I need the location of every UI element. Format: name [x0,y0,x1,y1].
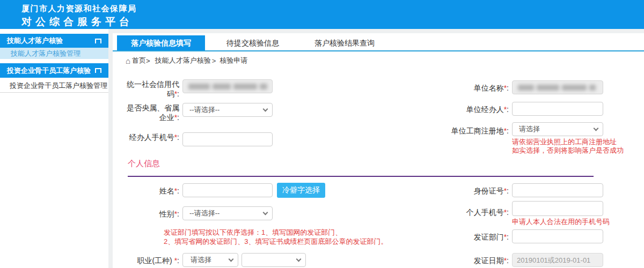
company-agent-label: 单位经办人*: [445,102,509,114]
company-name-field [512,80,603,94]
field-row-issue-date: 发证日期*: [445,253,603,267]
tab-label: 落户核验结果查询 [314,39,375,47]
credit-code-label: 统一社会信用代码*: [123,77,179,99]
breadcrumb-separator: > [146,57,150,65]
chevron-down-icon [296,257,302,262]
sidebar-item-label: 技能人才落户核验 [7,36,63,46]
agent-mobile-input[interactable] [182,132,273,146]
field-row-central-owned: 是否央属、省属企业*: --请选择-- [123,103,273,122]
issuing-dept-note: 发证部门填写按以下依序选择：1、填写国网的发证部门、 2、填写省网的发证部门、3… [164,228,387,246]
breadcrumb-separator: > [212,57,216,65]
chevron-down-icon [263,210,268,215]
folder-icon [95,68,101,73]
section-divider [128,176,594,177]
app-title: 厦门市人力资源和社会保障局 对公综合服务平台 [21,4,137,29]
reg-address-select[interactable]: 请选择 [512,122,603,136]
sidebar-item-invest-staff-manage[interactable]: 投资企业骨干员工落户核验管理 [0,79,108,93]
reg-address-label: 单位工商注册地*: [445,123,509,136]
company-agent-input[interactable] [512,102,603,116]
breadcrumb-level1[interactable]: 技能人才落户核验 [155,56,211,65]
sidebar-item-invest-staff-parent[interactable]: 投资企业骨干员工落户核验 [0,63,108,78]
id-number-input[interactable] [512,183,603,197]
reg-address-hint-line1: 请依据营业执照上的工商注册地址 [512,138,624,146]
app-title-line2: 对公综合服务平台 [21,15,137,29]
field-row-agent-mobile: 经办人手机号*: [123,132,273,146]
rare-character-select-button[interactable]: 冷僻字选择 [277,183,325,198]
field-row-name: 姓名*: 冷僻字选择 [123,183,325,198]
field-row-issuing-dept: 发证部门*: [445,229,603,243]
folder-icon [95,39,101,43]
breadcrumb: ⌂ 首页> 技能人才落户核验 > 核验申请 [126,56,247,65]
sidebar-item-skill-talent-parent[interactable]: 技能人才落户核验 [0,34,108,48]
personal-mobile-label: 个人手机号*: [445,201,509,217]
company-name-label: 单位名称*: [445,80,509,93]
credit-code-field [182,79,273,93]
issuing-dept-note-line1: 发证部门填写按以下依序选择：1、填写国网的发证部门、 [164,228,387,237]
reg-address-hint-line2: 如实选择，否则将影响落户是否成功 [512,146,624,155]
tab-pending-submit[interactable]: 待提交核验信息 [213,35,293,50]
field-row-company-name: 单位名称*: [445,80,603,94]
app-title-line1: 厦门市人力资源和社会保障局 [21,4,137,14]
central-owned-label: 是否央属、省属企业*: [123,100,179,122]
redacted-value [188,84,267,90]
field-row-reg-address: 单位工商注册地*: 请选择 请依据营业执照上的工商注册地址 如实选择，否则将影响… [445,122,624,155]
occupation-detail-select[interactable] [241,253,306,267]
select-value: --请选择-- [189,209,219,218]
redacted-value [518,85,596,91]
name-label: 姓名*: [123,183,179,196]
personal-mobile-hint: 申请人本人合法在用的手机号码 [512,218,610,226]
issue-date-label: 发证日期*: [445,253,509,265]
field-row-gender: 性别*: --请选择-- [123,206,273,220]
occupation-category-select[interactable]: 请选择 [182,253,238,267]
issuing-dept-note-line2: 2、填写省网的发证部门、3、填写证书成绩栏页面底部公章的发证部门。 [164,237,387,246]
select-value: 请选择 [519,124,540,134]
app-header: 厦门市人力资源和社会保障局 对公综合服务平台 [0,0,644,29]
sidebar-item-label: 投资企业骨干员工落户核验管理 [10,81,107,91]
select-value: 请选择 [191,255,211,265]
breadcrumb-current: 核验申请 [219,56,247,65]
select-value: --请选择-- [189,105,219,115]
tab-label: 落户核验信息填写 [131,39,191,47]
sidebar-item-label: 技能人才落户核验管理 [11,49,80,58]
sidebar: 技能人才落户核验 技能人才落户核验管理 投资企业骨干员工落户核验 投资企业骨干员… [0,29,108,268]
sidebar-item-label: 投资企业骨干员工落户核验 [7,66,91,76]
chevron-down-icon [263,107,268,112]
home-icon: ⌂ [126,57,130,64]
tab-result-query[interactable]: 落户核验结果查询 [301,35,389,50]
gender-select[interactable]: --请选择-- [182,206,273,220]
gender-label: 性别*: [123,206,179,219]
issuing-dept-label: 发证部门*: [445,229,509,242]
field-row-occupation: 职业(工种) *: 请选择 [123,253,306,267]
occupation-label: 职业(工种) *: [123,253,179,265]
field-row-id-number: 身份证号*: [445,183,603,197]
tab-label: 待提交核验信息 [226,39,279,47]
id-number-label: 身份证号*: [445,183,509,196]
issue-date-input[interactable] [512,253,603,267]
agent-mobile-label: 经办人手机号*: [127,130,179,142]
breadcrumb-home[interactable]: 首页 [132,56,146,65]
field-row-personal-mobile: 个人手机号*: 申请人本人合法在用的手机号码 [445,201,610,226]
chevron-down-icon [594,126,599,131]
issuing-dept-input[interactable] [512,229,603,243]
main-content: 落户核验信息填写 待提交核验信息 落户核验结果查询 ⌂ 首页> 技能人才落户核验… [113,33,644,268]
name-input[interactable] [182,183,273,197]
tab-fill-check-info[interactable]: 落户核验信息填写 [117,35,205,50]
chevron-down-icon [229,257,234,262]
tab-bar: 落户核验信息填写 待提交核验信息 落户核验结果查询 [113,33,644,51]
sidebar-item-skill-talent-manage[interactable]: 技能人才落户核验管理 [0,48,108,59]
personal-info-section-title: 个人信息 [128,159,160,169]
central-owned-select[interactable]: --请选择-- [182,103,273,117]
field-row-credit-code: 统一社会信用代码*: [123,79,273,99]
field-row-company-agent: 单位经办人*: [445,102,603,116]
personal-mobile-input[interactable] [512,201,603,216]
